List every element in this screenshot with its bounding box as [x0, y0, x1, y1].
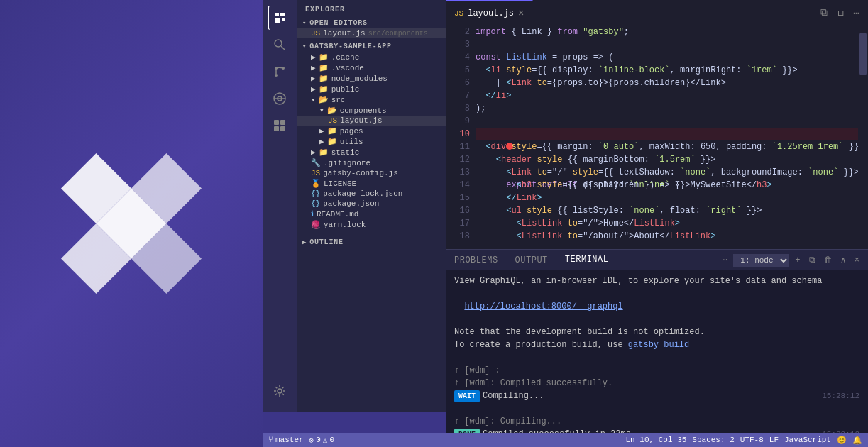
outline-title[interactable]: ▶ OUTLINE: [297, 237, 446, 248]
sidebar-item-license[interactable]: 🏅 LICENSE: [297, 178, 446, 189]
sidebar-item-layout-js[interactable]: JS layout.js: [297, 116, 446, 126]
terminal-line-graphql: View GraphiQL, an in-browser IDE, to exp…: [454, 275, 859, 287]
tab-name: layout.js: [468, 9, 514, 18]
bell-icon: 🔔: [852, 436, 862, 445]
code-line-6: | <Link to={props.to}>{props.children}</…: [476, 77, 868, 89]
utils-label: utils: [340, 138, 363, 146]
open-editors-title[interactable]: ▾ OPEN EDITORS: [297, 18, 446, 28]
editor-tab-layout-js[interactable]: JS layout.js ×: [446, 0, 533, 26]
line-num-14: 14: [446, 179, 470, 192]
add-terminal-icon[interactable]: +: [792, 254, 803, 267]
terminal-content: View GraphiQL, an in-browser IDE, to exp…: [446, 270, 868, 433]
tab-actions: ⧉ ⊟ ⋯: [818, 0, 868, 26]
svg-point-17: [278, 389, 282, 393]
status-branch[interactable]: ⑂ master: [268, 436, 304, 444]
more-actions-icon[interactable]: ⋯: [851, 6, 862, 21]
problems-tab[interactable]: PROBLEMS: [446, 250, 507, 270]
status-language[interactable]: JavaScript: [784, 436, 831, 444]
sidebar-header: EXPLORER: [297, 0, 446, 16]
terminal-tab[interactable]: TERMINAL: [556, 250, 617, 270]
sidebar-item-public[interactable]: ▶ 📁 public: [297, 84, 446, 94]
branch-icon: ⑂: [268, 436, 273, 444]
status-emoji[interactable]: 😊: [837, 436, 847, 445]
open-editor-layout-js[interactable]: JS layout.js src/components ×: [297, 28, 446, 38]
source-control-activity-icon[interactable]: [268, 60, 292, 84]
line-num-18: 18: [446, 230, 470, 243]
package-lock-icon: {}: [311, 189, 320, 198]
svg-rect-1: [280, 13, 285, 16]
split-terminal-icon[interactable]: ⧉: [806, 254, 818, 267]
graphql-url-link[interactable]: http://localhost:8000/__graphql: [464, 300, 622, 313]
split-editor-icon[interactable]: ⧉: [818, 6, 830, 20]
line-num-4: 4: [446, 51, 470, 64]
production-prefix: To create a production build, use: [454, 338, 628, 351]
sidebar-item-vscode[interactable]: ▶ 📁 .vscode: [297, 62, 446, 73]
code-line-10: export default ({ children }) => {: [476, 128, 868, 140]
sidebar-item-static[interactable]: ▶ 📁 static: [297, 147, 446, 158]
sidebar-item-package-json[interactable]: {} package.json: [297, 199, 446, 209]
explorer-icon[interactable]: [268, 6, 292, 30]
code-line-5: <li style={{ display: `inline-block`, ma…: [476, 64, 868, 77]
folder-arrow-icon: ▶: [311, 53, 316, 62]
open-editor-name: layout.js: [323, 29, 365, 38]
code-line-18: <ListLink to="/about/">About</ListLink>: [476, 230, 868, 243]
status-position[interactable]: Ln 10, Col 35: [626, 436, 687, 444]
terminal-selector[interactable]: 1: node: [733, 254, 789, 267]
gatsby-app-arrow: ▾: [302, 43, 307, 50]
sidebar-item-yarn-lock[interactable]: 🧶 yarn.lock: [297, 219, 446, 230]
status-line-ending[interactable]: LF: [769, 436, 779, 444]
open-editor-path: src/components: [368, 30, 428, 38]
code-line-7: </li>: [476, 89, 868, 102]
sidebar-item-utils[interactable]: ▶ 📁 utils: [297, 136, 446, 147]
readme-label: README.md: [317, 210, 358, 219]
sidebar-item-package-lock[interactable]: {} package-lock.json: [297, 189, 446, 199]
sidebar-item-src[interactable]: ▾ 📂 src: [297, 94, 446, 105]
sidebar-item-readme[interactable]: ℹ README.md: [297, 209, 446, 219]
status-spaces[interactable]: Spaces: 2: [692, 436, 734, 444]
tab-js-icon: JS: [454, 9, 463, 18]
gatsby-build-link[interactable]: gatsby build: [628, 338, 689, 351]
toggle-panel-icon[interactable]: ⊟: [835, 6, 846, 21]
sidebar-item-gitignore[interactable]: 🔧 .gitignore: [297, 158, 446, 168]
gatsby-app-title[interactable]: ▾ GATSBY-SAMPLE-APP: [297, 41, 446, 52]
warning-icon: ⚠: [323, 436, 328, 445]
code-line-11: <div style={{ margin: `0 auto`, maxWidth…: [476, 140, 868, 153]
static-arrow: ▶: [311, 148, 316, 157]
outline-arrow: ▶: [302, 238, 307, 246]
sidebar-item-components[interactable]: ▾ 📂 components: [297, 105, 446, 116]
src-arrow: ▾: [311, 95, 316, 104]
terminal-actions: ⋯ 1: node + ⧉ 🗑 ∧ ×: [720, 253, 868, 267]
line-num-10: 10: [446, 128, 470, 140]
status-errors[interactable]: ⊗ 0 ⚠ 0: [309, 436, 334, 445]
scrollbar-thumb[interactable]: [859, 33, 867, 75]
yarn-lock-label: yarn.lock: [324, 221, 366, 229]
branch-name: master: [275, 436, 304, 444]
code-line-14: <h3 style={{ display: `inline` }}>MySwee…: [476, 179, 868, 192]
outline-label: OUTLINE: [309, 238, 344, 246]
close-terminal-icon[interactable]: ×: [852, 254, 862, 267]
output-tab[interactable]: OUTPUT: [507, 250, 556, 270]
line-num-2: 2: [446, 26, 470, 38]
pages-arrow: ▶: [319, 126, 324, 136]
sidebar-item-node-modules[interactable]: ▶ 📁 node_modules: [297, 73, 446, 84]
sidebar-item-gatsby-config[interactable]: JS gatsby-config.js: [297, 168, 446, 178]
collapse-terminal-icon[interactable]: ∧: [838, 253, 849, 267]
editor-scrollbar[interactable]: [858, 26, 868, 249]
status-bell[interactable]: 🔔: [852, 436, 862, 445]
sidebar-item-cache[interactable]: ▶ 📁 .cache: [297, 52, 446, 62]
status-encoding[interactable]: UTF-8: [740, 436, 764, 444]
wait-badge: WAIT: [454, 390, 480, 402]
debug-activity-icon[interactable]: [268, 87, 292, 111]
kill-terminal-icon[interactable]: 🗑: [821, 253, 835, 267]
vscode-logo-area: [0, 0, 263, 447]
public-label: public: [331, 85, 360, 94]
sidebar-item-pages[interactable]: ▶ 📁 pages: [297, 126, 446, 136]
wait-timestamp: 15:28:12: [822, 390, 859, 402]
settings-activity-icon[interactable]: [268, 379, 292, 403]
language-text: JavaScript: [784, 436, 831, 444]
search-activity-icon[interactable]: [268, 33, 292, 57]
extensions-activity-icon[interactable]: [268, 114, 292, 138]
tab-close-icon[interactable]: ×: [518, 8, 524, 19]
gitignore-label: .gitignore: [324, 159, 370, 167]
terminal-more-icon[interactable]: ⋯: [720, 255, 731, 265]
